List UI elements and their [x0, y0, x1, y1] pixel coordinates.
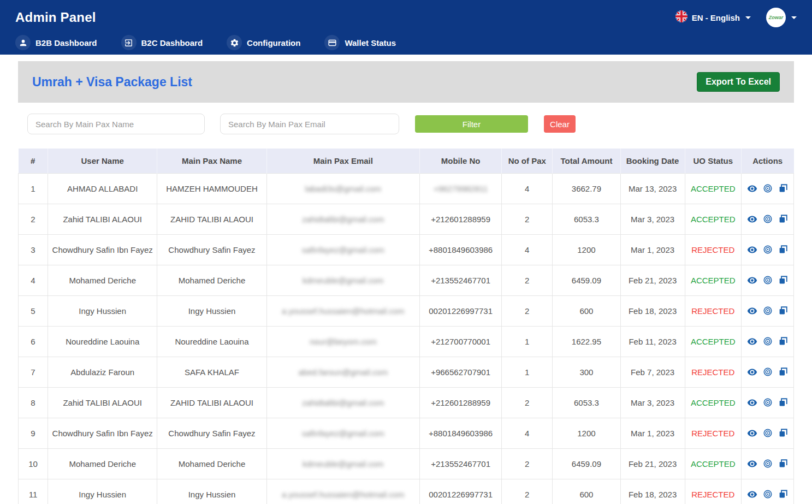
cell-uo-status: REJECTED	[685, 479, 741, 504]
column-header-user-name: User Name	[48, 149, 157, 173]
table-row: 11Ingy HussienIngy Hussiena.youssef.huss…	[19, 479, 794, 504]
eye-icon[interactable]	[747, 459, 757, 469]
copy-icon[interactable]	[778, 459, 788, 469]
copy-icon[interactable]	[778, 489, 788, 499]
target-icon[interactable]	[763, 367, 773, 377]
cell-main-pax-name: SAFA KHALAF	[157, 357, 266, 387]
target-icon[interactable]	[763, 336, 773, 346]
column-header-main-pax-name: Main Pax Name	[157, 149, 266, 173]
cell-mobile-no: 00201226997731	[420, 479, 502, 504]
copy-icon[interactable]	[778, 428, 788, 438]
eye-icon[interactable]	[747, 245, 757, 255]
target-icon[interactable]	[763, 306, 773, 316]
cell-main-pax-name: Chowdhury Safin Fayez	[157, 234, 266, 265]
cell-main-pax-name: Noureddine Laouina	[157, 326, 266, 357]
filter-button[interactable]: Filter	[415, 115, 528, 133]
target-icon[interactable]	[763, 398, 773, 407]
target-icon[interactable]	[763, 428, 773, 438]
search-main-pax-name-input[interactable]	[27, 114, 205, 134]
cell-main-pax-email: labadi3s@gmail.com	[266, 173, 419, 204]
table-row: 7Abdulaziz FarounSAFA KHALAFabed.faroun@…	[19, 357, 794, 387]
copy-icon[interactable]	[778, 275, 788, 285]
chevron-down-icon	[791, 16, 797, 19]
column-header-mobile-no: Mobile No	[420, 149, 502, 173]
copy-icon[interactable]	[778, 214, 788, 224]
cell-no-of-pax: 1	[502, 326, 553, 357]
copy-icon[interactable]	[778, 336, 788, 346]
cell-mobile-no: +212700770001	[420, 326, 502, 357]
table-row: 5Ingy HussienIngy Hussiena.youssef.hussa…	[19, 295, 794, 326]
cell-row-number: 10	[19, 448, 48, 479]
cell-main-pax-email: a.youssef.hussaien@hotmail.com	[266, 479, 419, 504]
cell-row-number: 7	[19, 357, 48, 387]
table-row: 2Zahid TALIBI ALAOUIZAHID TALIBI ALAOUIz…	[19, 204, 794, 234]
cell-user-name: Mohamed Deriche	[48, 265, 157, 295]
eye-icon[interactable]	[747, 336, 757, 347]
cell-user-name: Noureddine Laouina	[48, 326, 157, 357]
cell-no-of-pax: 2	[502, 204, 553, 234]
cell-uo-status: ACCEPTED	[685, 204, 741, 234]
language-selector[interactable]: EN - English	[675, 10, 751, 25]
copy-icon[interactable]	[778, 398, 788, 407]
cell-mobile-no: +212601288959	[420, 387, 502, 418]
eye-icon[interactable]	[747, 183, 757, 194]
nav-b2c-dashboard[interactable]: B2C Dashboard	[121, 35, 203, 50]
export-to-excel-button[interactable]: Export To Excel	[697, 72, 780, 92]
copy-icon[interactable]	[778, 306, 788, 316]
clear-button[interactable]: Clear	[544, 115, 576, 133]
table-row: 6Noureddine LaouinaNoureddine Laouinanou…	[19, 326, 794, 357]
cell-main-pax-email: a.youssef.hussaien@hotmail.com	[266, 295, 419, 326]
copy-icon[interactable]	[778, 367, 788, 377]
column-header-no-of-pax: No of Pax	[502, 149, 553, 173]
page-title-bar: Umrah + Visa Package List Export To Exce…	[18, 61, 794, 103]
target-icon[interactable]	[763, 245, 773, 254]
cell-no-of-pax: 2	[502, 265, 553, 295]
nav-b2b-dashboard[interactable]: B2B Dashboard	[15, 35, 97, 50]
copy-icon[interactable]	[778, 245, 788, 254]
eye-icon[interactable]	[747, 489, 757, 500]
eye-icon[interactable]	[747, 306, 757, 316]
eye-icon[interactable]	[747, 367, 757, 377]
nav-label: Wallet Status	[345, 38, 396, 48]
cell-main-pax-name: Mohamed Deriche	[157, 448, 266, 479]
cell-row-number: 9	[19, 418, 48, 448]
cell-total-amount: 600	[553, 479, 620, 504]
eye-icon[interactable]	[747, 398, 757, 408]
cell-uo-status: ACCEPTED	[685, 326, 741, 357]
search-main-pax-email-input[interactable]	[220, 114, 399, 134]
cell-total-amount: 600	[553, 295, 620, 326]
nav-wallet-status[interactable]: Wallet Status	[324, 35, 396, 50]
page-title: Umrah + Visa Package List	[32, 75, 192, 90]
cell-mobile-no: +966562707901	[420, 357, 502, 387]
main-nav: B2B Dashboard B2C Dashboard Configuratio…	[15, 35, 797, 50]
nav-configuration[interactable]: Configuration	[227, 35, 300, 50]
cell-actions	[741, 479, 793, 504]
user-menu[interactable]: Zowar	[766, 8, 797, 27]
target-icon[interactable]	[763, 214, 773, 224]
nav-label: B2B Dashboard	[35, 38, 97, 48]
target-icon[interactable]	[763, 275, 773, 285]
cell-booking-date: Feb 21, 2023	[620, 265, 685, 295]
copy-icon[interactable]	[778, 183, 788, 193]
cell-user-name: Zahid TALIBI ALAOUI	[48, 204, 157, 234]
target-icon[interactable]	[763, 489, 773, 499]
cell-no-of-pax: 4	[502, 418, 553, 448]
cell-booking-date: Mar 1, 2023	[620, 418, 685, 448]
eye-icon[interactable]	[747, 275, 757, 286]
cell-row-number: 4	[19, 265, 48, 295]
target-icon[interactable]	[763, 459, 773, 469]
eye-icon[interactable]	[747, 428, 757, 438]
eye-icon[interactable]	[747, 214, 757, 224]
cell-no-of-pax: 4	[502, 234, 553, 265]
cell-main-pax-email: safinfayez@gmail.com	[266, 418, 419, 448]
cell-booking-date: Feb 18, 2023	[620, 479, 685, 504]
person-icon	[15, 35, 31, 50]
cell-mobile-no: +212601288959	[420, 204, 502, 234]
cell-total-amount: 6053.3	[553, 387, 620, 418]
column-header-booking-date: Booking Date	[620, 149, 685, 173]
cell-no-of-pax: 1	[502, 357, 553, 387]
cell-uo-status: ACCEPTED	[685, 173, 741, 204]
target-icon[interactable]	[763, 183, 773, 193]
cell-total-amount: 6053.3	[553, 204, 620, 234]
cell-main-pax-email: zahidtalibi@gmail.com	[266, 387, 419, 418]
